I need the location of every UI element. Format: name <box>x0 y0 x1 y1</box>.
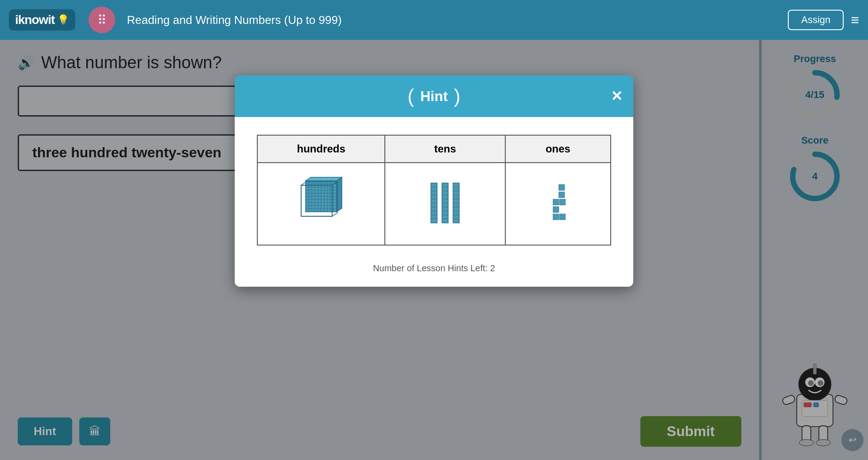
hint-modal: ( Hint ) ✕ hundreds tens ones <box>235 75 633 287</box>
lesson-title: Reading and Writing Numbers (Up to 999) <box>127 13 341 27</box>
svg-rect-77 <box>553 199 559 205</box>
hint-modal-title: Hint <box>420 88 448 105</box>
tens-blocks-icon <box>418 176 472 230</box>
hint-paren-right: ) <box>454 85 461 107</box>
place-value-table: hundreds tens ones <box>257 135 611 246</box>
hint-close-button[interactable]: ✕ <box>611 88 623 105</box>
svg-marker-40 <box>306 177 342 181</box>
ones-blocks-icon <box>536 176 580 230</box>
ones-header: ones <box>505 135 611 163</box>
svg-rect-79 <box>553 207 559 212</box>
svg-rect-81 <box>560 214 566 220</box>
header-right: Assign ≡ <box>788 10 859 30</box>
hint-modal-body: hundreds tens ones <box>235 117 633 287</box>
hint-overlay: ( Hint ) ✕ hundreds tens ones <box>0 40 868 460</box>
hint-modal-title-wrap: ( Hint ) <box>407 85 461 107</box>
hundreds-header: hundreds <box>257 135 385 163</box>
header: iknowit 💡 ⠿ Reading and Writing Numbers … <box>0 0 868 40</box>
lesson-badge-icon: ⠿ <box>97 13 107 27</box>
svg-rect-80 <box>553 214 559 220</box>
hundreds-cell <box>257 163 385 245</box>
logo-bulb-icon: 💡 <box>57 14 69 26</box>
svg-rect-78 <box>560 199 566 205</box>
hint-paren-left: ( <box>407 85 414 107</box>
main: 🔊 What number is shown? three hundred tw… <box>0 40 868 460</box>
ones-cell <box>505 163 611 245</box>
logo-box: iknowit 💡 <box>9 9 75 31</box>
logo-area: iknowit 💡 ⠿ Reading and Writing Numbers … <box>9 7 342 33</box>
hint-footer: Number of Lesson Hints Left: 2 <box>257 259 611 273</box>
hint-modal-header: ( Hint ) ✕ <box>235 75 633 117</box>
svg-rect-75 <box>559 184 565 190</box>
tens-cell <box>385 163 505 245</box>
assign-button[interactable]: Assign <box>788 10 844 30</box>
logo-text: iknowit <box>15 13 54 27</box>
menu-icon[interactable]: ≡ <box>851 12 859 28</box>
tens-header: tens <box>385 135 505 163</box>
hundreds-blocks-icon <box>292 176 350 230</box>
svg-rect-76 <box>559 192 565 198</box>
lesson-badge: ⠿ <box>89 7 115 33</box>
